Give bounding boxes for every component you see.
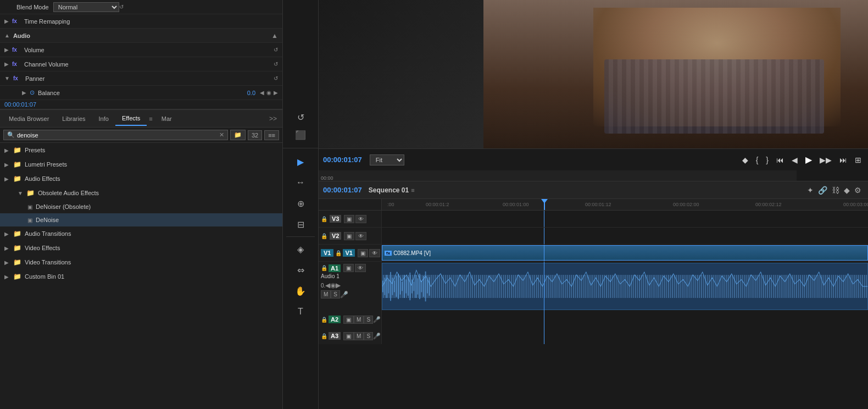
seq-tool-settings[interactable]: ⚙: [852, 185, 864, 196]
new-bin-btn[interactable]: 📁: [230, 130, 246, 140]
list-view-btn[interactable]: ≡≡: [264, 130, 279, 140]
a2-mute-btn[interactable]: M: [354, 316, 364, 324]
a1-vol-up[interactable]: ▶: [336, 281, 341, 289]
mark-in-btn[interactable]: {: [754, 154, 761, 165]
tab-info[interactable]: Info: [92, 112, 115, 125]
v2-eye-btn[interactable]: 👁: [355, 232, 366, 240]
volume-collapse[interactable]: ▶: [4, 47, 9, 53]
panner-reset[interactable]: ↺: [274, 75, 278, 81]
a2-lock-icon[interactable]: 🔒: [321, 317, 327, 323]
seq-tool-snapping[interactable]: 🔗: [816, 185, 830, 196]
effect-denoiser-obsolete[interactable]: ▣ DeNoiser (Obsolete): [0, 200, 282, 213]
a1-lock-icon[interactable]: 🔒: [321, 265, 327, 271]
volume-row: ▶ fx Volume ↺: [0, 43, 282, 57]
go-to-out-btn[interactable]: ⏭: [837, 154, 849, 165]
a3-lock-icon[interactable]: 🔒: [321, 333, 327, 339]
v1-lock-icon[interactable]: 🔒: [335, 250, 342, 256]
search-clear-btn[interactable]: ✕: [219, 131, 224, 139]
effects-menu-icon[interactable]: ≡: [149, 115, 152, 122]
mark-out-btn[interactable]: }: [764, 154, 771, 165]
panner-collapse[interactable]: ▼: [4, 75, 10, 81]
play-btn[interactable]: ▶: [803, 153, 814, 166]
hand-btn[interactable]: ✋: [291, 282, 310, 300]
seq-tool-linked[interactable]: ⛓: [830, 185, 842, 196]
a1-vol-circle[interactable]: ◉: [330, 281, 336, 289]
blend-mode-select[interactable]: Normal: [53, 2, 119, 12]
a2-solo-btn[interactable]: S: [364, 316, 373, 324]
a3-mic-icon[interactable]: 🎤: [373, 333, 381, 340]
step-back-btn[interactable]: ◀: [789, 154, 800, 165]
a2-toggle-btn[interactable]: ▣: [343, 316, 354, 324]
export-frame-btn[interactable]: ⬛: [291, 126, 310, 143]
a1-solo-btn[interactable]: S: [331, 290, 340, 299]
tab-mar[interactable]: Mar: [155, 112, 179, 125]
v1-eye-btn[interactable]: 👁: [369, 249, 380, 257]
a2-mic-icon[interactable]: 🎤: [373, 316, 381, 323]
time-remapping-collapse[interactable]: ▶: [4, 18, 9, 24]
folder-lumetri[interactable]: ▶ 📁 Lumetri Presets: [0, 157, 282, 172]
fit-dropdown[interactable]: Fit 25% 50% 100%: [370, 154, 404, 165]
a1-eye-btn[interactable]: 👁: [355, 264, 366, 272]
balance-reset-btn[interactable]: ◉: [266, 90, 271, 96]
folder-obsolete-audio[interactable]: ▼ 📁 Obsolete Audio Effects: [0, 186, 282, 200]
channel-volume-collapse[interactable]: ▶: [4, 61, 9, 67]
channel-volume-reset[interactable]: ↺: [274, 61, 278, 67]
effect-denoise[interactable]: ▣ DeNoise: [0, 213, 282, 226]
go-to-in-btn[interactable]: ⏮: [774, 154, 786, 165]
sequence-menu-icon[interactable]: ≡: [411, 187, 414, 194]
a3-toggle-btn[interactable]: ▣: [343, 332, 354, 340]
folder-video-effects[interactable]: ▶ 📁 Video Effects: [0, 241, 282, 255]
icon-view-btn[interactable]: 32: [248, 130, 262, 140]
fx-badge-time: fx: [12, 18, 21, 24]
safe-margins-btn[interactable]: ⊞: [853, 154, 864, 165]
a2-playhead: [544, 311, 544, 328]
folder-video-transitions[interactable]: ▶ 📁 Video Transitions: [0, 255, 282, 269]
balance-left-btn[interactable]: ◀: [260, 90, 264, 96]
panel-more-btn[interactable]: >>: [266, 113, 280, 125]
type-btn[interactable]: T: [291, 303, 310, 320]
ripple-edit-btn[interactable]: ⊕: [291, 195, 310, 212]
track-select-btn[interactable]: ↔: [291, 174, 310, 191]
audio-collapse-arrow[interactable]: ▲: [4, 32, 10, 38]
audio-clip-a1[interactable]: [382, 263, 868, 310]
v1-toggle-btn[interactable]: ▣: [358, 249, 368, 257]
a1-mute-btn[interactable]: M: [321, 290, 331, 299]
balance-collapse[interactable]: ▶: [22, 90, 26, 96]
folder-custom-bin[interactable]: ▶ 📁 Custom Bin 01: [0, 269, 282, 284]
seq-tool-marker[interactable]: ◆: [842, 185, 852, 196]
folder-audio-transitions[interactable]: ▶ 📁 Audio Transitions: [0, 226, 282, 241]
seq-tool-star[interactable]: ✦: [805, 185, 816, 196]
volume-reset-icon[interactable]: ↺: [274, 47, 278, 53]
folder-presets[interactable]: ▶ 📁 Presets: [0, 143, 282, 157]
a1-vol-down[interactable]: ◀: [325, 281, 330, 289]
v2-lock-icon[interactable]: 🔒: [321, 233, 327, 239]
search-input[interactable]: [17, 132, 219, 139]
tab-media-browser[interactable]: Media Browser: [2, 112, 55, 125]
search-input-wrap[interactable]: 🔍 ✕: [3, 130, 228, 140]
a3-mute-btn[interactable]: M: [354, 332, 364, 340]
v2-toggle-btn[interactable]: ▣: [344, 232, 354, 240]
blend-mode-label: Blend Mode: [16, 4, 49, 10]
clip-name: C0882.MP4 [V]: [393, 250, 431, 256]
tab-effects[interactable]: Effects: [115, 112, 147, 126]
folder-audio-effects[interactable]: ▶ 📁 Audio Effects: [0, 172, 282, 186]
v3-eye-btn[interactable]: 👁: [355, 215, 366, 223]
audio-scroll-up[interactable]: ▲: [271, 32, 278, 40]
v3-toggle-btn[interactable]: ▣: [344, 215, 354, 223]
video-clip-v1[interactable]: fx C0882.MP4 [V]: [382, 245, 868, 261]
track-a3-content: [382, 328, 868, 344]
slip-btn[interactable]: ⇔: [291, 261, 310, 279]
add-marker-btn[interactable]: ◆: [740, 154, 750, 165]
blend-reset-icon[interactable]: ↺: [119, 4, 124, 10]
a1-toggle-btn[interactable]: ▣: [343, 264, 354, 272]
rolling-edit-btn[interactable]: ⊟: [291, 215, 310, 233]
balance-right-btn[interactable]: ▶: [274, 90, 278, 96]
play-in-to-out-btn[interactable]: ↺: [291, 108, 310, 126]
v3-lock-icon[interactable]: 🔒: [321, 216, 327, 222]
a1-mic-icon[interactable]: 🎤: [340, 291, 348, 299]
selection-tool-btn[interactable]: ▶: [291, 153, 310, 170]
razor-btn[interactable]: ◈: [291, 240, 310, 258]
tab-libraries[interactable]: Libraries: [55, 112, 92, 125]
step-forward-btn[interactable]: ▶▶: [817, 154, 834, 165]
a3-solo-btn[interactable]: S: [364, 332, 373, 340]
